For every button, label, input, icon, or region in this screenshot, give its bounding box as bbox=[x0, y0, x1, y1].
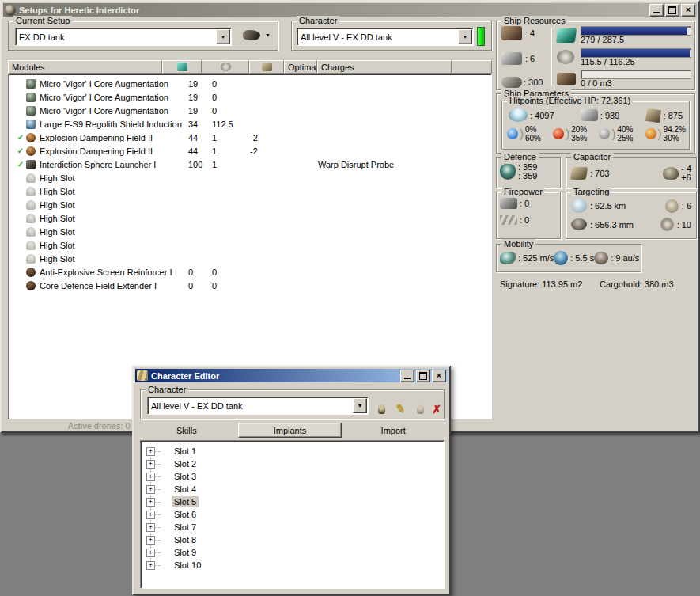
module-row[interactable]: High Slot bbox=[9, 252, 491, 265]
module-row[interactable]: Micro 'Vigor' I Core Augmentation 19 0 bbox=[9, 104, 491, 117]
module-cpu: 0 bbox=[163, 268, 202, 277]
slot-label[interactable]: Slot 7 bbox=[172, 522, 199, 533]
column-modules[interactable]: Modules bbox=[8, 60, 162, 74]
slot-label[interactable]: Slot 6 bbox=[172, 509, 199, 520]
column-powergrid[interactable] bbox=[202, 60, 249, 74]
slot-label[interactable]: Slot 2 bbox=[172, 458, 199, 469]
module-row[interactable]: Large F-S9 Regolith Shield Induction 34 … bbox=[9, 117, 491, 131]
editor-character-select[interactable]: All level V - EX DD tank ▼ bbox=[147, 397, 369, 415]
edit-character-button[interactable]: ✎ bbox=[392, 401, 408, 417]
slot-label[interactable]: Slot 5 bbox=[172, 496, 199, 507]
tab-skills[interactable]: Skills bbox=[135, 423, 238, 438]
module-name: Explosion Dampening Field II bbox=[40, 133, 153, 142]
resist-top: 94.2% bbox=[664, 125, 686, 134]
rig-icon bbox=[26, 281, 36, 290]
new-character-button[interactable] bbox=[373, 401, 389, 417]
character-select[interactable]: All level V - EX DD tank ▼ bbox=[297, 28, 474, 46]
ship-resources-group: Ship Resources : 4 : 6 : 300 279 / 287.5 bbox=[496, 21, 695, 90]
module-row[interactable]: Micro 'Vigor' I Core Augmentation 19 0 bbox=[9, 77, 491, 90]
column-capacitor[interactable] bbox=[249, 60, 284, 74]
chevron-down-icon[interactable]: ▼ bbox=[458, 29, 472, 44]
resist-bottom: 25% bbox=[617, 134, 633, 142]
expand-plus-icon[interactable]: + bbox=[146, 485, 155, 494]
module-row[interactable]: ✓ Interdiction Sphere Launcher I 100 1 W… bbox=[9, 158, 491, 171]
capacitor-icon bbox=[570, 167, 588, 180]
close-button[interactable]: × bbox=[681, 4, 695, 17]
delete-character-button[interactable]: ✗ bbox=[429, 401, 445, 417]
module-row[interactable]: Micro 'Vigor' I Core Augmentation 19 0 bbox=[9, 90, 491, 104]
expand-plus-icon[interactable]: + bbox=[146, 549, 155, 557]
character-icon bbox=[378, 404, 385, 414]
slot-label[interactable]: Slot 10 bbox=[172, 560, 203, 571]
minimize-button[interactable] bbox=[400, 370, 414, 382]
module-row[interactable]: High Slot bbox=[9, 211, 491, 225]
chevron-down-icon[interactable]: ▼ bbox=[353, 398, 367, 413]
hardener-icon bbox=[26, 133, 36, 142]
launcher-icon bbox=[26, 160, 36, 169]
column-charges[interactable]: Charges bbox=[317, 60, 452, 74]
copy-character-button[interactable] bbox=[412, 401, 428, 417]
chevron-down-icon[interactable]: ▼ bbox=[216, 29, 230, 44]
slot-label[interactable]: Slot 9 bbox=[172, 547, 199, 558]
active-drones-status: Active drones: 0 / 5 bbox=[2, 421, 142, 431]
sensor-strength-icon bbox=[660, 218, 674, 231]
character-editor-icon bbox=[137, 370, 148, 381]
expand-plus-icon[interactable]: + bbox=[146, 473, 155, 481]
module-row[interactable]: High Slot bbox=[9, 198, 491, 211]
maximize-button[interactable] bbox=[665, 4, 679, 17]
minimize-button[interactable] bbox=[649, 4, 664, 17]
module-row[interactable]: Core Defence Field Extender I 0 0 bbox=[9, 279, 491, 292]
current-setup-select[interactable]: EX DD tank ▼ bbox=[15, 28, 232, 46]
expand-plus-icon[interactable]: + bbox=[146, 460, 155, 469]
high-slot-icon bbox=[26, 214, 36, 223]
column-optimal[interactable]: Optimal bbox=[284, 60, 317, 74]
module-name: Core Defence Field Extender I bbox=[40, 281, 157, 290]
cpu-icon bbox=[177, 63, 187, 71]
ship-menu-button[interactable]: ▼ bbox=[243, 30, 271, 40]
module-row[interactable]: High Slot bbox=[9, 184, 491, 198]
slot-label[interactable]: Slot 3 bbox=[172, 471, 199, 482]
targeting-title: Targeting bbox=[571, 187, 611, 196]
shield-hp-value: : 4097 bbox=[530, 111, 554, 120]
module-powergrid: 112.5 bbox=[202, 120, 250, 129]
character-editor-titlebar[interactable]: Character Editor × bbox=[135, 369, 448, 382]
close-button[interactable]: × bbox=[432, 370, 446, 382]
expand-plus-icon[interactable]: + bbox=[146, 447, 155, 456]
slot-label[interactable]: Slot 8 bbox=[172, 534, 199, 545]
module-row[interactable]: High Slot bbox=[9, 238, 491, 252]
module-row[interactable]: High Slot bbox=[9, 225, 491, 238]
expand-plus-icon[interactable]: + bbox=[146, 561, 155, 570]
tab-implants[interactable]: Implants bbox=[238, 423, 342, 438]
slot-label[interactable]: Slot 1 bbox=[172, 446, 199, 457]
minimize-icon bbox=[404, 378, 411, 379]
current-setup-value: EX DD tank bbox=[16, 32, 215, 42]
powergrid-icon bbox=[557, 50, 574, 64]
column-cpu[interactable] bbox=[162, 60, 202, 74]
ship-resources-title: Ship Resources bbox=[501, 16, 568, 25]
maximize-button[interactable] bbox=[416, 370, 430, 382]
module-row[interactable]: ✓ Explosion Dampening Field II 44 1 -2 bbox=[9, 144, 491, 158]
resist-top: 40% bbox=[617, 125, 633, 134]
module-cpu: 19 bbox=[163, 93, 202, 102]
maximize-icon bbox=[419, 372, 427, 380]
defence-group: Defence : 359 : 359 bbox=[496, 157, 561, 188]
expand-plus-icon[interactable]: + bbox=[146, 498, 155, 507]
module-row[interactable]: Anti-Explosive Screen Reinforcer I 0 0 bbox=[9, 265, 491, 279]
editor-character-label: Character bbox=[146, 385, 188, 394]
tree-item: + Slot 7 bbox=[141, 521, 444, 533]
slot-label[interactable]: Slot 4 bbox=[172, 484, 199, 495]
expand-plus-icon[interactable]: + bbox=[146, 511, 155, 519]
module-name: Explosion Dampening Field II bbox=[40, 146, 153, 156]
implant-icon bbox=[26, 93, 36, 102]
module-name: Micro 'Vigor' I Core Augmentation bbox=[40, 93, 168, 102]
module-name: High Slot bbox=[40, 200, 75, 210]
tab-import[interactable]: Import bbox=[342, 423, 445, 438]
main-titlebar[interactable]: Setups for Heretic Interdictor × bbox=[3, 3, 697, 17]
expand-plus-icon[interactable]: + bbox=[146, 523, 155, 532]
character-editor-window: Character Editor × Character All level V… bbox=[132, 366, 451, 595]
module-row[interactable]: ✓ Explosion Dampening Field II 44 1 -2 bbox=[9, 131, 491, 144]
defence-shield-icon bbox=[500, 164, 516, 180]
expand-plus-icon[interactable]: + bbox=[146, 536, 155, 545]
tree-item: + Slot 9 bbox=[141, 546, 444, 559]
module-row[interactable]: High Slot bbox=[9, 171, 491, 184]
